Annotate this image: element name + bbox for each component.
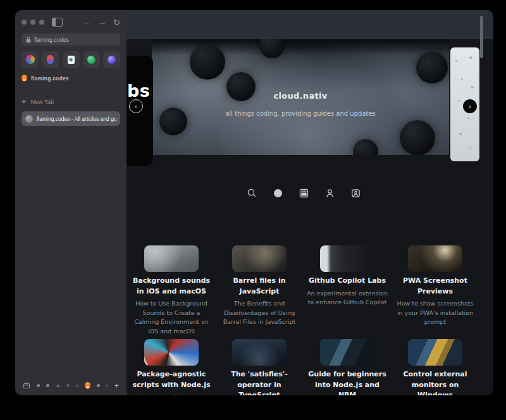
article-thumbnail <box>232 245 287 272</box>
article-title: Barrel files in JavaScript <box>218 276 301 297</box>
search-icon[interactable] <box>247 188 257 199</box>
article-card[interactable]: The 'satisfies'-operator in TypeScript V… <box>218 339 301 395</box>
traffic-light-close[interactable] <box>22 20 27 25</box>
browser-sidebar: ← → ↻ flaming.codes N flaming. <box>15 10 126 395</box>
new-tab-label: New Tab <box>31 98 54 105</box>
article-title: Control external monitors on Windows <box>393 369 477 395</box>
back-icon[interactable]: ← <box>83 18 91 27</box>
article-description: The Benefits and Disadvantages of Using … <box>218 299 301 327</box>
article-title: Package-agnostic scripts with Node.js <box>130 369 213 390</box>
tab-favicon <box>25 115 33 123</box>
flame-icon <box>22 75 27 82</box>
space-title-row[interactable]: flaming.codes <box>22 75 120 82</box>
url-bar[interactable]: flaming.codes <box>22 34 120 46</box>
article-description: How to Use Background Sounds to Create a… <box>130 299 213 337</box>
article-thumbnail <box>144 339 199 366</box>
article-thumbnail <box>408 245 462 272</box>
pinned-favorites: N <box>22 51 120 68</box>
page-content: cloud.nativ all things coding, providing… <box>126 10 493 395</box>
chevron-left-icon[interactable]: ‹ <box>76 382 78 389</box>
article-thumbnail <box>232 339 287 366</box>
new-tab-button[interactable]: + New Tab <box>22 97 120 106</box>
forward-icon[interactable]: → <box>98 18 106 27</box>
space-dot[interactable] <box>66 384 70 387</box>
lock-icon <box>26 37 31 43</box>
white-document-icon: N <box>68 56 75 64</box>
site-nav <box>126 188 481 199</box>
article-title: Background sounds in iOS and macOS <box>130 276 213 297</box>
carousel-prev-button[interactable]: ‹ <box>129 99 143 113</box>
article-description: How to simplify running <box>130 393 213 395</box>
space-dot[interactable] <box>37 384 40 387</box>
hero-subtitle: all things coding, providing guides and … <box>152 110 449 117</box>
article-card[interactable]: Github Copilot Labs An experimental exte… <box>305 245 389 337</box>
previous-slide-text: bs <box>127 81 150 101</box>
article-thumbnail <box>320 245 374 272</box>
carousel-next-button[interactable]: › <box>463 99 477 113</box>
article-card[interactable]: Guide for beginners into Node.js and NPM… <box>305 339 389 395</box>
refresh-icon[interactable]: ↻ <box>113 18 120 27</box>
account-badge-icon[interactable] <box>350 188 361 199</box>
space-dot[interactable] <box>106 385 108 386</box>
articles-row-2: Package-agnostic scripts with Node.js Ho… <box>130 339 476 395</box>
article-description: How to show screenshots in your PWA's in… <box>393 299 477 327</box>
active-tab[interactable]: flaming.codes - All articles and guides <box>22 111 120 126</box>
plus-icon: + <box>22 97 27 106</box>
space-triangle-icon[interactable] <box>56 384 61 387</box>
article-thumbnail <box>408 339 462 366</box>
article-card[interactable]: PWA Screenshot Previews How to show scre… <box>393 245 477 337</box>
pinned-tab-5[interactable] <box>103 51 120 68</box>
article-card[interactable]: Barrel files in JavaScript The Benefits … <box>218 245 301 337</box>
articles-row-1: Background sounds in iOS and macOS How t… <box>130 245 476 337</box>
article-card[interactable]: Control external monitors on Windows How… <box>393 339 477 395</box>
green-leaf-icon <box>87 56 96 64</box>
user-icon[interactable] <box>324 188 335 199</box>
pinned-tab-4[interactable] <box>83 51 100 68</box>
hero-carousel-slide: cloud.nativ all things coding, providing… <box>152 39 449 155</box>
multicolor-wheel-icon <box>26 55 35 64</box>
sidebar-toggle-icon[interactable] <box>52 18 63 27</box>
active-space-flame-icon[interactable] <box>85 382 90 389</box>
globe-icon[interactable] <box>273 188 283 199</box>
library-box-icon[interactable] <box>23 381 30 389</box>
hero-title: cloud.nativ <box>152 91 449 101</box>
pinned-tab-1[interactable] <box>22 51 39 68</box>
red-blue-gradient-icon <box>47 55 54 64</box>
pinned-tab-2[interactable] <box>42 51 59 68</box>
purple-orb-icon <box>108 56 116 64</box>
traffic-light-zoom[interactable] <box>39 20 44 25</box>
article-card[interactable]: Package-agnostic scripts with Node.js Ho… <box>130 339 213 395</box>
space-title: flaming.codes <box>31 75 69 82</box>
pinned-tab-3[interactable]: N <box>63 51 80 68</box>
article-title: The 'satisfies'-operator in TypeScript <box>218 369 301 395</box>
article-thumbnail <box>144 245 199 272</box>
page-header-band <box>126 10 493 39</box>
browser-window: ← → ↻ flaming.codes N flaming. <box>15 10 493 395</box>
active-tab-label: flaming.codes - All articles and guides <box>37 116 116 122</box>
url-text: flaming.codes <box>34 37 69 43</box>
page-scrollbar[interactable] <box>480 16 483 58</box>
spaces-bar: ‹ + <box>22 380 120 390</box>
article-title: PWA Screenshot Previews <box>393 276 477 297</box>
article-card[interactable]: Background sounds in iOS and macOS How t… <box>130 245 213 337</box>
article-title: Guide for beginners into Node.js and NPM <box>305 369 389 395</box>
desktop: ← → ↻ flaming.codes N flaming. <box>0 0 506 420</box>
space-dot[interactable] <box>46 384 49 387</box>
traffic-light-minimize[interactable] <box>30 20 35 25</box>
add-space-icon[interactable]: + <box>114 381 119 390</box>
article-thumbnail <box>320 339 374 366</box>
space-dot[interactable] <box>97 384 100 387</box>
article-description: An experimental extension to enhance Git… <box>305 289 389 307</box>
articles-icon[interactable] <box>299 188 309 199</box>
article-title: Github Copilot Labs <box>305 276 389 287</box>
window-toolbar: ← → ↻ <box>22 16 120 28</box>
